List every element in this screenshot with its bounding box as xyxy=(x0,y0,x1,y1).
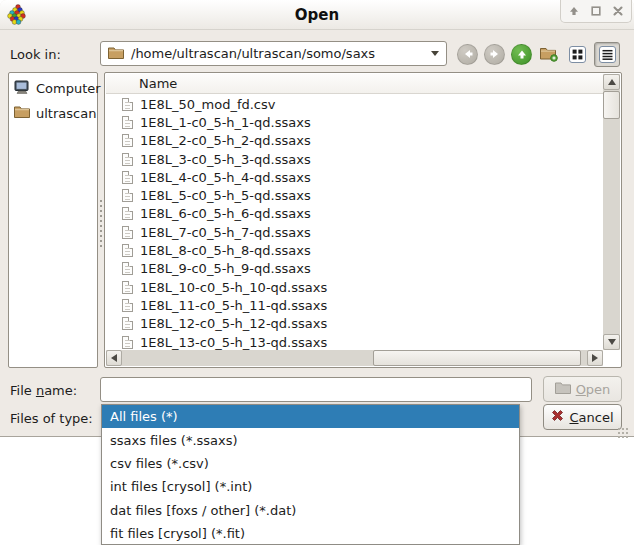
window-title: Open xyxy=(0,6,634,24)
column-header-name[interactable]: Name xyxy=(106,74,603,94)
dropdown-option-label: csv files (*.csv) xyxy=(110,456,209,471)
file-row[interactable]: 1E8L_12-c0_5-h_12-qd.ssaxs xyxy=(106,315,603,333)
file-row[interactable]: 1E8L_10-c0_5-h_10-qd.ssaxs xyxy=(106,278,603,296)
up-arrow-icon xyxy=(608,79,616,85)
sidebar-item-label: ultrascan xyxy=(36,106,96,121)
file-row[interactable]: 1E8L_2-c0_5-h_2-qd.ssaxs xyxy=(106,132,603,150)
sidebar-item-label: Computer xyxy=(36,81,101,96)
file-name-text: 1E8L_10-c0_5-h_10-qd.ssaxs xyxy=(140,280,327,295)
dropdown-option[interactable]: All files (*) xyxy=(102,405,519,428)
file-name-input[interactable] xyxy=(100,377,532,402)
file-icon xyxy=(122,171,133,184)
dropdown-option-label: ssaxs files (*.ssaxs) xyxy=(110,433,238,448)
close-button[interactable] xyxy=(609,3,627,19)
caption-buttons xyxy=(560,0,632,23)
sidebar-panel: Computer ultrascan xyxy=(8,72,98,368)
file-name-text: 1E8L_1-c0_5-h_1-qd.ssaxs xyxy=(140,115,311,130)
file-row[interactable]: 1E8L_6-c0_5-h_6-qd.ssaxs xyxy=(106,205,603,223)
file-row[interactable]: 1E8L_1-c0_5-h_1-qd.ssaxs xyxy=(106,113,603,131)
cancel-button[interactable]: Cancel xyxy=(543,404,622,430)
file-row[interactable]: 1E8L_5-c0_5-h_5-qd.ssaxs xyxy=(106,186,603,204)
file-name-text: 1E8L_2-c0_5-h_2-qd.ssaxs xyxy=(140,133,311,148)
look-in-label: Look in: xyxy=(10,47,61,62)
file-row[interactable]: 1E8L_3-c0_5-h_3-qd.ssaxs xyxy=(106,150,603,168)
folder-icon xyxy=(14,105,30,121)
file-type-dropdown-popup: All files (*) ssaxs files (*.ssaxs) csv … xyxy=(101,404,520,545)
folder-icon xyxy=(108,46,124,62)
file-name-text: 1E8L_12-c0_5-h_12-qd.ssaxs xyxy=(140,316,327,331)
scroll-right-button[interactable] xyxy=(587,350,603,366)
horizontal-scrollbar-thumb[interactable] xyxy=(373,350,581,366)
scroll-left-button[interactable] xyxy=(106,350,122,366)
file-name-text: 1E8L_13-c0_5-h_13-qd.ssaxs xyxy=(140,335,327,350)
file-row[interactable]: 1E8L_8-c0_5-h_8-qd.ssaxs xyxy=(106,241,603,259)
file-icon xyxy=(122,189,133,202)
dropdown-option[interactable]: int files [crysol] (*.int) xyxy=(102,475,519,498)
files-of-type-label: Files of type: xyxy=(10,411,93,426)
scroll-up-button[interactable] xyxy=(603,74,620,90)
dropdown-option-label: dat files [foxs / other] (*.dat) xyxy=(110,503,296,518)
dropdown-option[interactable]: fit files [crysol] (*.fit) xyxy=(102,522,519,545)
open-dialog: Open Look in: /home xyxy=(0,0,634,437)
dropdown-option-label: All files (*) xyxy=(110,409,178,424)
right-arrow-icon xyxy=(592,354,598,362)
file-icon xyxy=(122,281,133,294)
look-in-combobox[interactable]: /home/ultrascan/ultrascan/somo/saxs xyxy=(100,41,447,66)
back-button[interactable] xyxy=(457,44,478,65)
dropdown-option[interactable]: csv files (*.csv) xyxy=(102,452,519,475)
nav-buttons xyxy=(457,42,620,66)
new-folder-button[interactable] xyxy=(538,43,560,65)
dropdown-option[interactable]: ssaxs files (*.ssaxs) xyxy=(102,428,519,451)
resize-grip[interactable] xyxy=(617,427,630,439)
file-row[interactable]: 1E8L_7-c0_5-h_7-qd.ssaxs xyxy=(106,223,603,241)
file-name-text: 1E8L_9-c0_5-h_9-qd.ssaxs xyxy=(140,261,311,276)
cancel-x-icon xyxy=(551,409,564,425)
computer-icon xyxy=(14,80,30,97)
maximize-button[interactable] xyxy=(587,3,605,19)
file-row[interactable]: 1E8L_50_mod_fd.csv xyxy=(106,95,603,113)
file-name-text: 1E8L_4-c0_5-h_4-qd.ssaxs xyxy=(140,170,311,185)
titlebar[interactable]: Open xyxy=(0,0,634,30)
sidebar-item-ultrascan[interactable]: ultrascan xyxy=(9,101,97,125)
file-icon xyxy=(122,134,133,147)
file-name-text: 1E8L_6-c0_5-h_6-qd.ssaxs xyxy=(140,206,311,221)
file-name-label: File name: xyxy=(10,383,77,398)
file-row[interactable]: 1E8L_13-c0_5-h_13-qd.ssaxs xyxy=(106,333,603,350)
file-row[interactable]: 1E8L_11-c0_5-h_11-qd.ssaxs xyxy=(106,296,603,314)
detail-view-button[interactable] xyxy=(594,42,620,67)
vertical-scrollbar[interactable] xyxy=(603,74,620,350)
file-row[interactable]: 1E8L_9-c0_5-h_9-qd.ssaxs xyxy=(106,260,603,278)
up-button[interactable] xyxy=(511,44,532,65)
forward-button[interactable] xyxy=(484,44,505,65)
chevron-down-icon xyxy=(431,51,439,56)
dropdown-option-label: int files [crysol] (*.int) xyxy=(110,479,252,494)
file-icon xyxy=(122,336,133,349)
open-button[interactable]: Open xyxy=(543,376,622,402)
file-icon xyxy=(122,153,133,166)
icon-view-button[interactable] xyxy=(566,43,588,65)
dropdown-option-label: fit files [crysol] (*.fit) xyxy=(110,526,245,541)
file-row[interactable]: 1E8L_4-c0_5-h_4-qd.ssaxs xyxy=(106,168,603,186)
screen: Open Look in: /home xyxy=(0,0,634,545)
vertical-scrollbar-thumb[interactable] xyxy=(603,91,620,119)
down-arrow-icon xyxy=(608,339,616,345)
file-icon xyxy=(122,317,133,330)
file-icon xyxy=(122,262,133,275)
shade-button[interactable] xyxy=(565,3,583,19)
file-name-text: 1E8L_50_mod_fd.csv xyxy=(140,97,275,112)
dropdown-option[interactable]: dat files [foxs / other] (*.dat) xyxy=(102,499,519,522)
sidebar-item-computer[interactable]: Computer xyxy=(9,76,97,101)
file-icon xyxy=(122,299,133,312)
dropdown-options: All files (*) ssaxs files (*.ssaxs) csv … xyxy=(102,405,519,545)
file-icon xyxy=(122,116,133,129)
open-folder-icon xyxy=(555,381,571,397)
file-name-text: 1E8L_11-c0_5-h_11-qd.ssaxs xyxy=(140,298,327,313)
scroll-down-button[interactable] xyxy=(603,334,620,350)
horizontal-scrollbar[interactable] xyxy=(106,350,603,366)
file-icon xyxy=(122,207,133,220)
file-rows: 1E8L_50_mod_fd.csv 1E8L_1-c0_5-h_1-qd.ss… xyxy=(106,95,603,350)
file-icon xyxy=(122,98,133,111)
file-icon xyxy=(122,226,133,239)
file-name-text: 1E8L_8-c0_5-h_8-qd.ssaxs xyxy=(140,243,311,258)
left-arrow-icon xyxy=(111,354,117,362)
